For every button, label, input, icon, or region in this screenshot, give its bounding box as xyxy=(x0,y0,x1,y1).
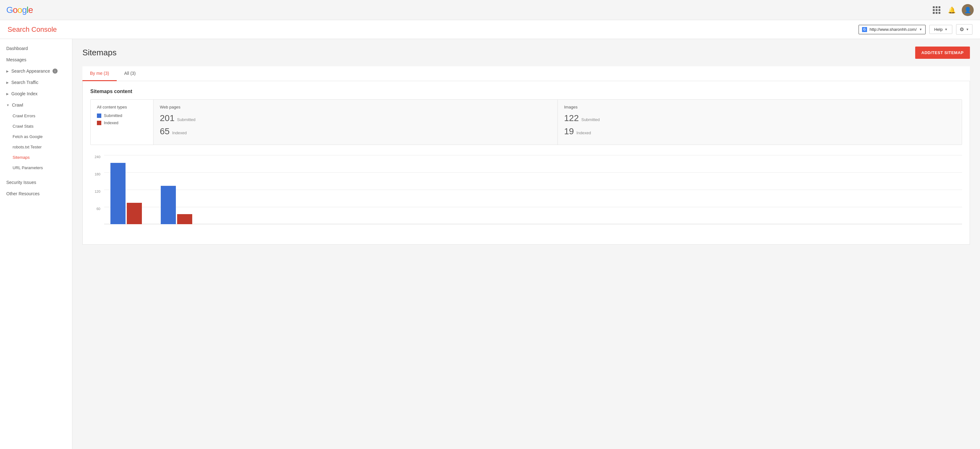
sidebar-sub-item-fetch-as-google[interactable]: Fetch as Google xyxy=(0,132,72,142)
dot xyxy=(935,12,937,14)
chart-inner xyxy=(104,155,962,237)
images-indexed-count: 19 xyxy=(564,126,574,136)
dot xyxy=(933,12,935,14)
grid-dots xyxy=(933,6,940,14)
sidebar-sub-item-sitemaps[interactable]: Sitemaps xyxy=(0,152,72,163)
submitted-color-box xyxy=(97,114,101,118)
legend-indexed-label: Indexed xyxy=(104,121,118,125)
settings-button[interactable]: ⚙ ▼ xyxy=(956,24,972,35)
sidebar-item-label: Search Traffic xyxy=(11,80,38,85)
sidebar-item-crawl[interactable]: Crawl xyxy=(0,99,72,111)
bar-web-pages-indexed xyxy=(127,203,142,224)
sidebar-item-label: Messages xyxy=(6,57,26,62)
logo-letter-g: G xyxy=(6,5,13,15)
sidebar-item-label: Search Appearance xyxy=(11,68,50,74)
tab-all[interactable]: All (3) xyxy=(117,67,143,81)
sidebar-item-label: Dashboard xyxy=(6,46,28,51)
tab-by-me[interactable]: By me (3) xyxy=(83,67,117,81)
images-submitted-row: 122 Submitted xyxy=(564,113,955,123)
content-area: Sitemaps ADD/TEST SITEMAP By me (3) All … xyxy=(72,39,980,449)
dot xyxy=(935,9,937,11)
bar-images-submitted xyxy=(161,186,176,224)
content-types-row: All content types Submitted Indexed Web … xyxy=(90,99,962,145)
dot xyxy=(939,12,940,14)
sub-header: Search Console G http://www.sharonhh.com… xyxy=(0,20,980,39)
sidebar-item-label: Other Resources xyxy=(6,191,40,196)
sidebar-item-search-appearance[interactable]: Search Appearance i xyxy=(0,65,72,77)
dot xyxy=(933,9,935,11)
logo-letter-g2: g xyxy=(22,5,27,15)
sidebar: Dashboard Messages Search Appearance i S… xyxy=(0,39,72,449)
indexed-color-box xyxy=(97,121,101,125)
legend-submitted: Submitted xyxy=(97,113,147,118)
images-submitted-count: 122 xyxy=(564,113,579,123)
chevron-down-icon: ▼ xyxy=(945,28,948,31)
tabs: By me (3) All (3) xyxy=(83,67,970,81)
dot xyxy=(933,6,935,8)
sidebar-sub-item-crawl-errors[interactable]: Crawl Errors xyxy=(0,111,72,121)
chart-area: 240 180 120 60 xyxy=(90,155,962,237)
chevron-down-icon: ▼ xyxy=(966,28,969,31)
chart-bars xyxy=(110,155,192,224)
sidebar-sub-item-label: URL Parameters xyxy=(13,165,43,170)
add-test-sitemap-button[interactable]: ADD/TEST SITEMAP xyxy=(915,46,970,59)
sidebar-item-google-index[interactable]: Google Index xyxy=(0,88,72,99)
bar-web-pages-submitted xyxy=(110,163,126,224)
sidebar-item-search-traffic[interactable]: Search Traffic xyxy=(0,77,72,88)
page-header: Sitemaps ADD/TEST SITEMAP xyxy=(83,46,970,59)
images-indexed-row: 19 Indexed xyxy=(564,126,955,136)
web-pages-indexed-label: Indexed xyxy=(172,130,186,135)
user-avatar[interactable]: 👤 xyxy=(962,4,974,16)
chart-y-label-120: 120 xyxy=(95,190,100,194)
top-bar-right: 🔔 👤 xyxy=(932,4,974,16)
site-favicon: G xyxy=(862,27,867,32)
chart-y-label-60: 60 xyxy=(97,207,100,211)
sidebar-item-label: Google Index xyxy=(11,91,37,96)
sidebar-item-other-resources[interactable]: Other Resources xyxy=(0,188,72,199)
logo-letter-o2: o xyxy=(17,5,22,15)
sidebar-sub-item-label: Sitemaps xyxy=(13,155,30,160)
search-console-title[interactable]: Search Console xyxy=(8,25,57,33)
sidebar-item-dashboard[interactable]: Dashboard xyxy=(0,43,72,54)
bar-group-images xyxy=(161,186,192,224)
dot xyxy=(939,9,940,11)
web-pages-col: Web pages 201 Submitted 65 Indexed xyxy=(154,100,558,144)
logo-letter-o1: o xyxy=(13,5,18,15)
web-pages-submitted-row: 201 Submitted xyxy=(160,113,551,123)
chart-grid xyxy=(104,155,962,224)
sub-header-right: G http://www.sharonhh.com/ ▼ Help ▼ ⚙ ▼ xyxy=(859,24,972,35)
bar-images-indexed xyxy=(177,214,192,224)
legend-submitted-label: Submitted xyxy=(104,113,123,118)
images-submitted-label: Submitted xyxy=(581,117,600,122)
grid-line-1 xyxy=(104,172,962,173)
sidebar-sub-item-url-parameters[interactable]: URL Parameters xyxy=(0,163,72,173)
help-button[interactable]: Help ▼ xyxy=(929,25,952,34)
bar-group-web-pages xyxy=(110,163,142,224)
grid-line-2 xyxy=(104,190,962,190)
grid-line-top xyxy=(104,155,962,155)
apps-icon[interactable] xyxy=(932,5,942,15)
main-layout: Dashboard Messages Search Appearance i S… xyxy=(0,39,980,449)
sidebar-item-security-issues[interactable]: Security Issues xyxy=(0,177,72,188)
top-bar: G o o g l e 🔔 👤 xyxy=(0,0,980,20)
sidebar-sub-item-robots-txt[interactable]: robots.txt Tester xyxy=(0,142,72,152)
sidebar-item-messages[interactable]: Messages xyxy=(0,54,72,65)
sidebar-item-label: Security Issues xyxy=(6,180,36,185)
all-content-types-label: All content types xyxy=(97,105,147,109)
dot xyxy=(935,6,937,8)
images-col: Images 122 Submitted 19 Indexed xyxy=(558,100,962,144)
web-pages-indexed-row: 65 Indexed xyxy=(160,126,551,136)
sidebar-sub-item-label: Crawl Errors xyxy=(13,114,35,118)
dot xyxy=(939,6,940,8)
notifications-icon[interactable]: 🔔 xyxy=(947,5,957,15)
site-selector[interactable]: G http://www.sharonhh.com/ ▼ xyxy=(859,25,926,34)
sidebar-sub-item-label: robots.txt Tester xyxy=(13,144,41,149)
info-icon: i xyxy=(52,68,57,74)
sidebar-sub-item-crawl-stats[interactable]: Crawl Stats xyxy=(0,121,72,132)
grid-line-3 xyxy=(104,207,962,207)
sitemaps-content-label: Sitemaps content xyxy=(90,89,962,94)
google-logo: G o o g l e xyxy=(6,5,33,15)
gear-icon: ⚙ xyxy=(959,26,964,32)
all-content-types-col: All content types Submitted Indexed xyxy=(91,100,154,144)
web-pages-submitted-count: 201 xyxy=(160,113,175,123)
